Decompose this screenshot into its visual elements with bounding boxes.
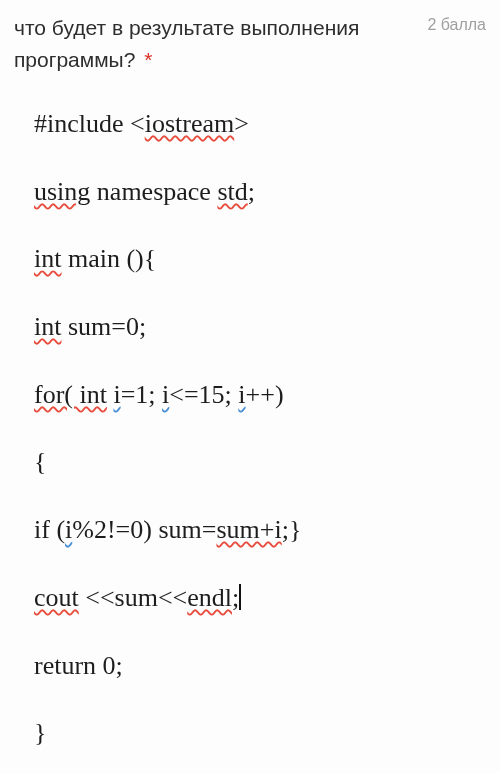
code-squiggle: i bbox=[238, 380, 245, 409]
code-text: <<sum<< bbox=[79, 583, 188, 612]
code-line: for( int i=1; i<=15; i++) bbox=[34, 376, 486, 414]
code-text: } bbox=[34, 718, 46, 747]
code-line: cout <<sum<<endl; bbox=[34, 579, 486, 617]
code-squiggle: for( int bbox=[34, 380, 107, 409]
question-text-wrapper: что будет в результате выполнения програ… bbox=[14, 12, 427, 75]
code-text: if ( bbox=[34, 515, 65, 544]
code-text: return 0; bbox=[34, 651, 123, 680]
code-line: int main (){ bbox=[34, 240, 486, 278]
code-line: int sum=0; bbox=[34, 308, 486, 346]
code-line: using namespace std; bbox=[34, 173, 486, 211]
code-squiggle: endl bbox=[187, 583, 232, 612]
required-mark: * bbox=[144, 48, 152, 71]
code-text: %2!=0) sum= bbox=[72, 515, 216, 544]
code-line: } bbox=[34, 714, 486, 752]
code-text: ++) bbox=[246, 380, 284, 409]
code-squiggle: using bbox=[34, 177, 90, 206]
code-line: { bbox=[34, 443, 486, 481]
code-squiggle: i bbox=[113, 380, 120, 409]
code-text: <=15; bbox=[169, 380, 238, 409]
code-text: sum=0; bbox=[61, 312, 146, 341]
code-text: #include < bbox=[34, 109, 145, 138]
code-text: ; bbox=[232, 583, 239, 612]
code-line: if (i%2!=0) sum=sum+i;} bbox=[34, 511, 486, 549]
code-squiggle: iostream bbox=[145, 109, 235, 138]
code-text: { bbox=[34, 447, 46, 476]
code-text: =1; bbox=[121, 380, 162, 409]
code-text: namespace bbox=[90, 177, 217, 206]
code-squiggle: int bbox=[34, 244, 61, 273]
code-block: #include <iostream> using namespace std;… bbox=[14, 105, 486, 752]
question-header: что будет в результате выполнения програ… bbox=[14, 12, 486, 75]
code-squiggle: cout bbox=[34, 583, 79, 612]
question-container: что будет в результате выполнения програ… bbox=[0, 0, 500, 773]
code-line: #include <iostream> bbox=[34, 105, 486, 143]
code-text: main (){ bbox=[61, 244, 156, 273]
code-line: return 0; bbox=[34, 647, 486, 685]
code-text: ;} bbox=[282, 515, 302, 544]
code-text: > bbox=[234, 109, 249, 138]
points-label: 2 балла bbox=[427, 16, 486, 34]
question-text: что будет в результате выполнения програ… bbox=[14, 16, 359, 71]
code-squiggle: std bbox=[217, 177, 247, 206]
code-squiggle: int bbox=[34, 312, 61, 341]
code-text: ; bbox=[248, 177, 255, 206]
text-cursor bbox=[239, 584, 241, 610]
code-squiggle: sum+i bbox=[216, 515, 281, 544]
